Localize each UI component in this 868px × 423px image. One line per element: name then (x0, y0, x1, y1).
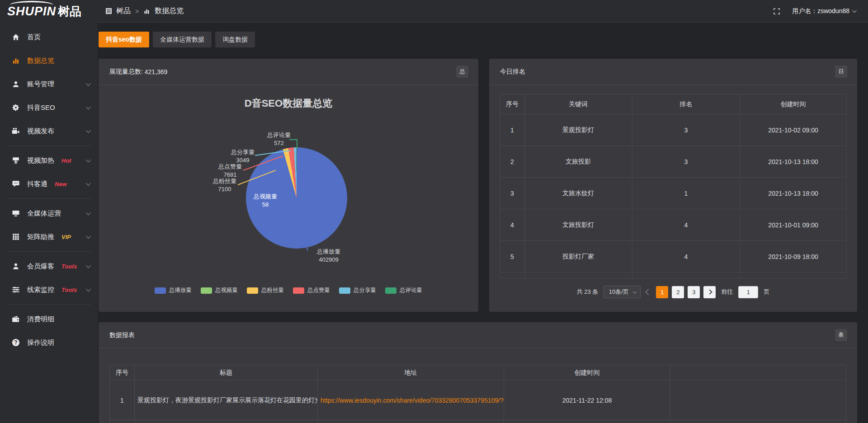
bar-chart-icon (12, 56, 20, 65)
breadcrumb-root[interactable]: 树品 (116, 6, 131, 16)
table-row-stub (500, 273, 846, 278)
menu-divider (6, 146, 91, 146)
pie-chart[interactable]: D音SEO数据量总览 总评论量572 总分享量3049 总点赞量7681 总粉 (109, 85, 467, 297)
legend-item-video[interactable]: 总视频量 (201, 287, 238, 294)
chevron-down-icon (852, 8, 857, 13)
sidebar-item-data-overview[interactable]: 数据总览 (0, 49, 98, 72)
data-tabs: 抖音seo数据 全媒体运营数据 询盘数据 (99, 32, 857, 47)
chevron-down-icon (86, 234, 91, 239)
next-page-button[interactable] (703, 286, 716, 298)
sidebar-item-label: 账号管理 (27, 80, 54, 89)
chart-legend: 总播放量 总视频量 总粉丝量 总点赞量 总分享量 (109, 287, 467, 294)
sidebar-item-label: 操作说明 (27, 338, 54, 347)
sidebar-item-lead-monitor[interactable]: 线索监控 Tools (0, 278, 98, 301)
legend-swatch (385, 287, 396, 294)
table-row: 1 景观投影灯 3 2021-10-02 09:00 (500, 114, 846, 146)
column-header: 地址 (318, 365, 504, 381)
sidebar-item-member-burst[interactable]: 会员爆客 Tools (0, 254, 98, 278)
sidebar-item-label: 矩阵助推 (27, 233, 54, 241)
page-button-1[interactable]: 1 (656, 286, 668, 298)
page-button-3[interactable]: 3 (688, 286, 700, 298)
video-title-cell: 景观投影灯，夜游景观投影灯厂家展示展示落花灯在花园里的灯光投影应用效果 # (135, 381, 318, 420)
sidebar-item-account[interactable]: 账号管理 (0, 72, 98, 96)
total-impressions-value: 421,369 (145, 68, 168, 75)
tab-media-operation-data[interactable]: 全媒体运营数据 (153, 32, 212, 47)
sidebar-item-consumption-detail[interactable]: 消费明细 (0, 307, 98, 331)
sidebar-item-douyin-seo[interactable]: 抖音SEO (0, 96, 98, 119)
data-report-panel: 数据报表 表 序号 标题 地址 创建时间 1 景观投影灯，夜游景观投影灯厂家展示… (99, 322, 857, 423)
tab-douyin-seo-data[interactable]: 抖音seo数据 (99, 32, 149, 47)
user-icon (12, 80, 20, 88)
chevron-down-icon (86, 157, 91, 162)
chevron-down-icon (86, 104, 91, 109)
table-header-row: 序号 标题 地址 创建时间 (110, 365, 846, 381)
column-header: 创建时间 (504, 365, 670, 381)
sidebar-item-video-publish[interactable]: 视频发布 (0, 119, 98, 143)
monitor-icon (12, 209, 20, 217)
person-icon (12, 262, 20, 270)
legend-item-fans[interactable]: 总粉丝量 (247, 287, 284, 294)
column-header: 创建时间 (740, 94, 846, 114)
fullscreen-icon[interactable] (773, 8, 780, 15)
table-row: 5 投影灯厂家 4 2021-10-09 18:00 (500, 241, 846, 273)
chevron-down-icon (86, 181, 91, 186)
sidebar-item-home[interactable]: 首页 (0, 25, 98, 49)
user-menu[interactable]: 用户名：zswodun88 (792, 7, 855, 15)
question-icon: ? (12, 338, 20, 347)
sidebar-item-label: 数据总览 (27, 56, 54, 65)
total-impressions-label: 展现量总数: (109, 68, 143, 76)
leader-line (297, 139, 297, 149)
page-button-2[interactable]: 2 (672, 286, 684, 298)
chevron-down-icon (86, 210, 91, 215)
pie-label-video: 总视频量58 (245, 193, 286, 209)
chevron-down-icon (86, 263, 91, 268)
chevron-down-icon (86, 287, 91, 291)
tab-inquiry-data[interactable]: 询盘数据 (215, 32, 255, 47)
legend-item-like[interactable]: 总点赞量 (293, 287, 330, 294)
vip-badge: VIP (61, 234, 71, 240)
chevron-right-icon (707, 289, 712, 294)
username-label: 用户名：zswodun88 (792, 7, 849, 15)
sidebar-item-matrix-boost[interactable]: 矩阵助推 VIP (0, 225, 98, 249)
gear-icon (12, 103, 20, 112)
wallet-icon (12, 315, 20, 323)
table-toggle-button[interactable]: 表 (835, 329, 847, 341)
comment-icon (12, 180, 20, 188)
grid-icon (12, 233, 20, 241)
sidebar-item-label: 抖客通 (27, 180, 47, 188)
table-row: 4 文旅投影灯 4 2021-10-01 09:00 (500, 209, 846, 241)
sidebar-menu: 首页 数据总览 账号管理 抖音SEO 视频发布 (0, 23, 98, 354)
total-count-label: 共 23 条 (577, 288, 599, 296)
sidebar-item-label: 消费明细 (27, 315, 54, 324)
sidebar-item-doukettong[interactable]: 抖客通 New (0, 172, 98, 196)
sidebar-item-label: 视频发布 (27, 127, 54, 136)
breadcrumb: 树品 > 数据总览 (106, 6, 184, 16)
day-toggle-button[interactable]: 日 (835, 66, 847, 78)
breadcrumb-current[interactable]: 数据总览 (155, 6, 184, 16)
legend-swatch (201, 287, 212, 294)
menu-divider (6, 304, 91, 305)
table-row: 2 文旅投影 3 2021-10-13 18:00 (500, 146, 846, 178)
chevron-down-icon (632, 289, 637, 294)
legend-item-share[interactable]: 总分享量 (339, 287, 376, 294)
sidebar-item-media-operation[interactable]: 全媒体运营 (0, 202, 98, 225)
table-header-row: 序号 关键词 排名 创建时间 (500, 94, 846, 114)
legend-item-comment[interactable]: 总评论量 (385, 287, 422, 294)
page-goto-input[interactable] (738, 286, 758, 298)
legend-item-play[interactable]: 总播放量 (155, 287, 192, 294)
prev-page-button[interactable] (645, 289, 651, 295)
column-header-empty (670, 365, 846, 381)
legend-swatch (339, 287, 350, 294)
pie-label-like: 总点赞量7681 (210, 163, 250, 179)
page-size-select[interactable]: 10条/页 (604, 286, 641, 298)
goto-label: 前往 (721, 288, 733, 296)
total-toggle-button[interactable]: 总 (456, 66, 468, 78)
sidebar-item-video-heat[interactable]: 视频加热 Hot (0, 149, 98, 172)
tools-badge: Tools (61, 263, 77, 270)
pie-label-fans: 总粉丝量7100 (204, 177, 245, 193)
sidebar-item-instructions[interactable]: ? 操作说明 (0, 331, 98, 354)
app-logo[interactable]: SHUPIN 树品 (0, 0, 98, 23)
video-url-link[interactable]: https://www.iesdouyin.com/share/video/70… (321, 397, 504, 404)
column-header: 序号 (110, 365, 135, 381)
sidebar-item-label: 抖音SEO (27, 103, 55, 112)
